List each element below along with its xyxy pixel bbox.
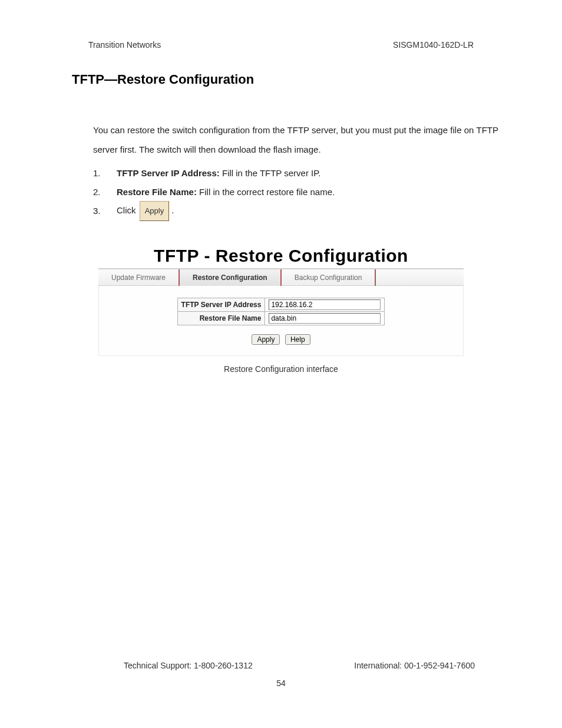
file-name-input[interactable] [269,313,381,324]
steps-list: 1. TFTP Server IP Address: Fill in the T… [0,159,562,221]
ip-address-cell [265,298,385,311]
form-table: TFTP Server IP Address Restore File Name [177,298,385,325]
form-panel: TFTP Server IP Address Restore File Name… [98,286,464,356]
list-item: 1. TFTP Server IP Address: Fill in the T… [93,164,562,183]
step-text-pre: Click [117,205,138,215]
footer-left: Technical Support: 1-800-260-1312 [124,661,253,670]
tab-backup-configuration[interactable]: Backup Configuration [282,269,376,286]
list-content: TFTP Server IP Address: Fill in the TFTP… [117,164,562,183]
screenshot-figure: TFTP - Restore Configuration Update Firm… [98,246,464,374]
header-right: SISGM1040-162D-LR [393,40,474,50]
page-number: 54 [0,678,562,688]
apply-button[interactable]: Apply [252,334,280,345]
apply-button-inline: Apply [140,201,170,220]
tabs-row: Update Firmware Restore Configuration Ba… [98,268,464,286]
page-footer: Technical Support: 1-800-260-1312 Intern… [0,661,562,670]
page-header: Transition Networks SISGM1040-162D-LR [0,0,562,50]
help-button[interactable]: Help [285,334,310,345]
figure-caption: Restore Configuration interface [98,364,464,374]
list-number: 3. [93,202,105,220]
step-label: Restore File Name: [117,187,197,197]
ip-address-label: TFTP Server IP Address [177,298,265,311]
screenshot-heading: TFTP - Restore Configuration [98,246,464,268]
section-title: TFTP—Restore Configuration [0,50,562,87]
list-content: Restore File Name: Fill in the correct r… [117,183,562,202]
ip-address-input[interactable] [269,299,381,310]
step-text: Fill in the TFTP server IP. [220,168,321,178]
footer-right: International: 00-1-952-941-7600 [354,661,475,670]
list-item: 3. Click Apply . [93,201,562,221]
intro-paragraph: You can restore the switch configuration… [0,87,562,159]
list-number: 1. [93,164,105,183]
tab-restore-configuration[interactable]: Restore Configuration [180,269,282,286]
table-row: Restore File Name [177,311,385,325]
list-content: Click Apply . [117,201,562,221]
step-text: Fill in the correct restore file name. [197,187,335,197]
list-item: 2. Restore File Name: Fill in the correc… [93,183,562,202]
tab-update-firmware[interactable]: Update Firmware [98,269,180,286]
step-text-post: . [169,205,174,215]
table-row: TFTP Server IP Address [177,298,385,311]
file-name-label: Restore File Name [177,311,265,325]
step-label: TFTP Server IP Address: [117,168,220,178]
header-left: Transition Networks [88,40,161,50]
button-row: Apply Help [99,334,463,345]
file-name-cell [265,311,385,325]
list-number: 2. [93,183,105,202]
